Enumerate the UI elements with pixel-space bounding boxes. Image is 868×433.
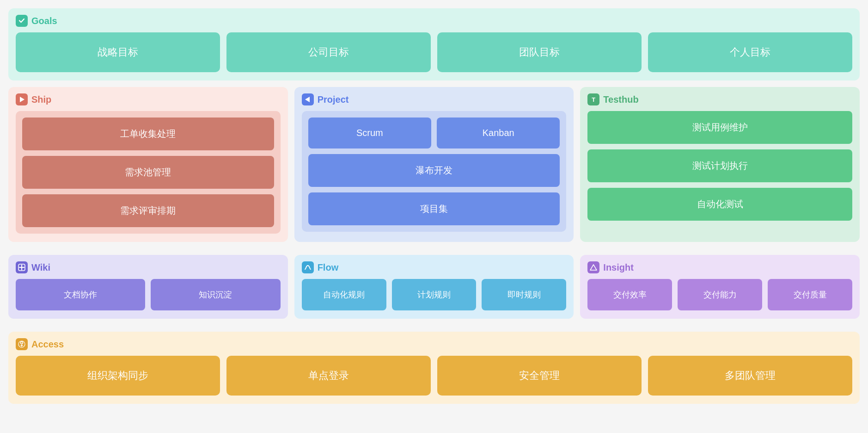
goals-card-0[interactable]: 战略目标 [16, 32, 220, 72]
access-section: Access 组织架构同步 单点登录 安全管理 多团队管理 [8, 332, 860, 404]
bottom-row: Wiki 文档协作 知识沉淀 Flow 自动化规则 计划规则 即时规则 [8, 255, 860, 325]
project-card-waterfall[interactable]: 瀑布开发 [308, 154, 560, 187]
project-card-scrum[interactable]: Scrum [308, 118, 431, 148]
access-card-0[interactable]: 组织架构同步 [16, 356, 220, 396]
goals-card-1[interactable]: 公司目标 [226, 32, 431, 72]
goals-grid: 战略目标 公司目标 团队目标 个人目标 [16, 32, 852, 72]
insight-card-0[interactable]: 交付效率 [587, 279, 672, 310]
flow-header: Flow [302, 261, 567, 273]
project-card-portfolio[interactable]: 项目集 [308, 192, 560, 225]
project-icon [302, 93, 314, 105]
ship-card-2[interactable]: 需求评审排期 [22, 194, 274, 227]
ship-title: Ship [31, 94, 51, 105]
project-top-row: Scrum Kanban [308, 118, 560, 148]
flow-section: Flow 自动化规则 计划规则 即时规则 [294, 255, 574, 319]
insight-card-1[interactable]: 交付能力 [678, 279, 762, 310]
testhub-card-0[interactable]: 测试用例维护 [587, 111, 852, 144]
insight-icon [587, 261, 599, 273]
access-card-3[interactable]: 多团队管理 [648, 356, 852, 396]
access-icon [16, 338, 28, 350]
testhub-icon: T [587, 93, 599, 105]
access-title: Access [31, 339, 64, 350]
testhub-card-1[interactable]: 测试计划执行 [587, 149, 852, 182]
project-title: Project [318, 94, 349, 105]
flow-icon [302, 261, 314, 273]
testhub-card-2[interactable]: 自动化测试 [587, 188, 852, 221]
insight-title: Insight [603, 262, 634, 273]
goals-icon [16, 15, 28, 27]
wiki-cards: 文档协作 知识沉淀 [16, 279, 281, 310]
project-card-kanban[interactable]: Kanban [437, 118, 560, 148]
project-section: Project Scrum Kanban 瀑布开发 项目集 [294, 87, 574, 242]
project-header: Project [302, 93, 567, 105]
insight-card-2[interactable]: 交付质量 [768, 279, 852, 310]
flow-card-2[interactable]: 即时规则 [482, 279, 566, 310]
flow-card-0[interactable]: 自动化规则 [302, 279, 386, 310]
insight-cards: 交付效率 交付能力 交付质量 [587, 279, 852, 310]
insight-header: Insight [587, 261, 852, 273]
access-card-2[interactable]: 安全管理 [437, 356, 642, 396]
flow-cards: 自动化规则 计划规则 即时规则 [302, 279, 567, 310]
goals-card-3[interactable]: 个人目标 [648, 32, 852, 72]
ship-cards: 工单收集处理 需求池管理 需求评审排期 [16, 111, 281, 234]
testhub-section: T Testhub 测试用例维护 测试计划执行 自动化测试 [580, 87, 860, 242]
svg-marker-0 [20, 97, 24, 102]
ship-header: Ship [16, 93, 281, 105]
wiki-section: Wiki 文档协作 知识沉淀 [8, 255, 288, 319]
wiki-card-1[interactable]: 知识沉淀 [151, 279, 280, 310]
wiki-card-0[interactable]: 文档协作 [16, 279, 145, 310]
testhub-cards: 测试用例维护 测试计划执行 自动化测试 [587, 111, 852, 221]
svg-marker-1 [305, 97, 310, 102]
ship-icon [16, 93, 28, 105]
ship-section: Ship 工单收集处理 需求池管理 需求评审排期 [8, 87, 288, 242]
testhub-header: T Testhub [587, 93, 852, 105]
testhub-title: Testhub [603, 94, 638, 105]
wiki-title: Wiki [31, 262, 50, 273]
flow-card-1[interactable]: 计划规则 [392, 279, 477, 310]
wiki-header: Wiki [16, 261, 281, 273]
testhub-icon-letter: T [592, 96, 595, 103]
goals-card-2[interactable]: 团队目标 [437, 32, 642, 72]
access-card-1[interactable]: 单点登录 [226, 356, 431, 396]
svg-marker-3 [590, 265, 597, 270]
ship-card-0[interactable]: 工单收集处理 [22, 118, 274, 150]
access-header: Access [16, 338, 852, 350]
goals-header: Goals [16, 15, 852, 27]
insight-section: Insight 交付效率 交付能力 交付质量 [580, 255, 860, 319]
access-grid: 组织架构同步 单点登录 安全管理 多团队管理 [16, 356, 852, 396]
flow-title: Flow [318, 262, 339, 273]
project-inner: Scrum Kanban 瀑布开发 项目集 [302, 111, 567, 232]
goals-title: Goals [31, 16, 57, 26]
wiki-icon [16, 261, 28, 273]
goals-section: Goals 战略目标 公司目标 团队目标 个人目标 [8, 8, 860, 80]
svg-point-4 [21, 342, 23, 344]
middle-row: Ship 工单收集处理 需求池管理 需求评审排期 Project Scrum K… [8, 87, 860, 248]
ship-card-1[interactable]: 需求池管理 [22, 156, 274, 189]
